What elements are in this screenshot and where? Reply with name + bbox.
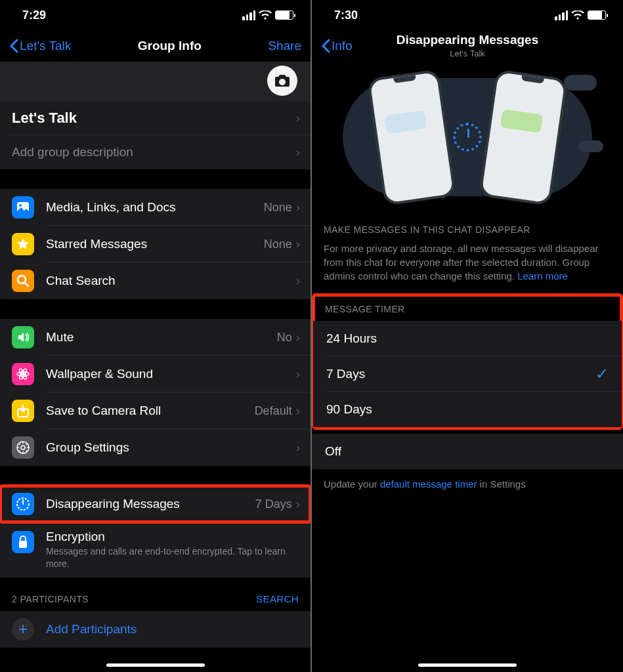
battery-icon [588, 10, 606, 20]
chevron-right-icon: › [296, 330, 300, 345]
flower-icon [16, 368, 30, 381]
chevron-right-icon: › [296, 497, 300, 511]
save-camera-roll-cell[interactable]: Save to Camera Roll Default › [0, 392, 311, 429]
section-header: MAKE MESSAGES IN THIS CHAT DISAPPEAR [312, 213, 623, 242]
plus-icon: + [12, 618, 34, 640]
chevron-left-icon [9, 39, 18, 53]
chevron-right-icon: › [296, 200, 300, 215]
chevron-right-icon: › [296, 237, 300, 251]
nav-bar: Let's Talk Group Info Share [0, 30, 311, 62]
mute-cell[interactable]: Mute No › [0, 319, 311, 356]
chevron-right-icon: › [296, 111, 300, 125]
page-title: Group Info [138, 39, 202, 53]
phone-group-info: 7:29 Let's Talk Group Info Share Let's T… [0, 0, 312, 672]
encryption-cell[interactable]: Encryption Messages and calls are end-to… [0, 522, 311, 578]
chevron-right-icon: › [296, 145, 300, 159]
speaker-icon [17, 331, 29, 343]
phone-disappearing-messages: 7:30 Info Disappearing Messages Let's Ta… [312, 0, 623, 672]
default-timer-link[interactable]: default message timer [380, 478, 477, 490]
media-section: Media, Links, and Docs None › Starred Me… [0, 189, 311, 299]
wifi-icon [571, 10, 584, 20]
disappearing-messages-cell[interactable]: Disappearing Messages 7 Days › [0, 486, 311, 522]
lock-icon [18, 536, 28, 549]
timer-option-off[interactable]: Off [312, 434, 623, 469]
signal-icon [242, 10, 255, 20]
camera-button[interactable] [267, 66, 297, 96]
chat-search-cell[interactable]: Chat Search › [0, 262, 311, 299]
check-icon: ✓ [595, 365, 609, 383]
timer-header: MESSAGE TIMER [313, 295, 622, 321]
chevron-right-icon: › [296, 367, 300, 381]
media-links-docs-cell[interactable]: Media, Links, and Docs None › [0, 189, 311, 226]
message-timer-section: MESSAGE TIMER 24 Hours 7 Days ✓ 90 Days [313, 295, 622, 429]
status-bar: 7:29 [0, 0, 311, 30]
status-time: 7:30 [334, 9, 358, 22]
participants-search-button[interactable]: SEARCH [256, 593, 299, 604]
settings-section: Mute No › Wallpaper & Sound › Save to Ca… [0, 319, 311, 466]
section-description: For more privacy and storage, all new me… [312, 242, 623, 291]
page-subtitle: Let's Talk [312, 48, 623, 60]
nav-back-button[interactable]: Info [321, 39, 353, 53]
group-description-cell[interactable]: Add group description › [0, 135, 311, 169]
svg-point-1 [19, 204, 22, 207]
footer-text: Update your default message timer in Set… [312, 469, 623, 499]
save-icon [17, 404, 29, 417]
group-settings-cell[interactable]: Group Settings › [0, 429, 311, 466]
signal-icon [555, 10, 568, 20]
camera-icon [274, 74, 290, 87]
timer-icon [16, 497, 30, 511]
timer-option-24h[interactable]: 24 Hours [313, 321, 622, 356]
timer-icon [453, 123, 482, 152]
timer-option-90d[interactable]: 90 Days [313, 392, 622, 427]
page-title: Disappearing Messages [312, 33, 623, 47]
wifi-icon [259, 10, 272, 20]
photo-icon [16, 201, 30, 213]
chevron-left-icon [321, 39, 330, 53]
nav-back-button[interactable]: Let's Talk [9, 39, 71, 53]
svg-rect-11 [19, 541, 27, 548]
timer-option-7d[interactable]: 7 Days ✓ [313, 356, 622, 392]
chevron-right-icon: › [296, 404, 300, 418]
add-participants-cell[interactable]: + Add Participants [0, 611, 311, 648]
wallpaper-sound-cell[interactable]: Wallpaper & Sound › [0, 356, 311, 392]
status-time: 7:29 [22, 9, 46, 22]
home-indicator[interactable] [418, 663, 517, 667]
nav-bar: Info Disappearing Messages Let's Talk [312, 30, 623, 62]
battery-icon [275, 10, 293, 20]
learn-more-link[interactable]: Learn more [517, 270, 568, 282]
home-indicator[interactable] [106, 663, 205, 667]
star-icon [16, 238, 30, 251]
search-icon [16, 274, 30, 287]
starred-messages-cell[interactable]: Starred Messages None › [0, 226, 311, 262]
status-bar: 7:30 [312, 0, 623, 30]
group-name-cell[interactable]: Let's Talk › [0, 101, 311, 135]
svg-point-9 [21, 446, 25, 450]
gear-icon [16, 441, 30, 454]
share-button[interactable]: Share [268, 39, 301, 53]
participants-count: 2 PARTICIPANTS [12, 594, 89, 604]
chevron-right-icon: › [296, 440, 300, 455]
illustration [312, 62, 623, 213]
chevron-right-icon: › [296, 274, 300, 288]
